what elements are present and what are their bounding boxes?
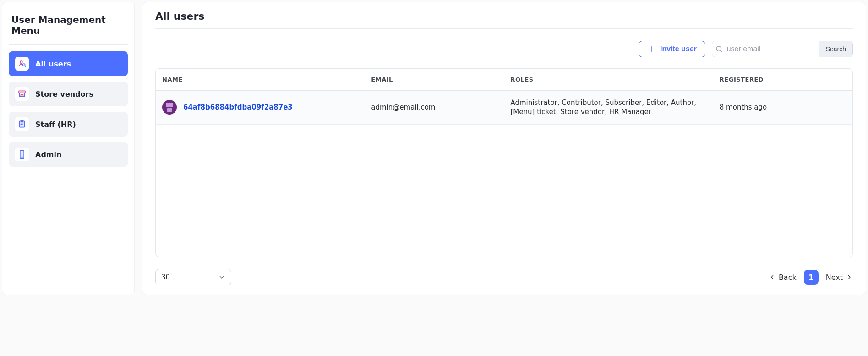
pager: Back 1 Next	[769, 270, 853, 285]
sidebar-item-admin[interactable]: Admin	[9, 142, 128, 167]
sidebar-item-store-vendors[interactable]: Store vendors	[9, 82, 128, 106]
invite-user-label: Invite user	[660, 45, 697, 53]
column-header-roles[interactable]: ROLES	[504, 69, 713, 91]
table-footer: 30 Back 1 Next	[155, 269, 853, 285]
plus-icon	[647, 45, 655, 53]
chevron-right-icon	[846, 274, 853, 281]
search-icon	[712, 41, 726, 57]
sidebar-item-label: Staff (HR)	[35, 120, 76, 129]
search-input[interactable]	[726, 41, 819, 57]
users-table: NAME EMAIL ROLES REGISTERED	[155, 68, 853, 257]
user-registered: 8 months ago	[713, 91, 852, 125]
chevron-down-icon	[218, 274, 225, 281]
main-panel: All users Invite user Search NAME EMAIL	[142, 2, 866, 295]
toolbar: Invite user Search	[155, 41, 853, 57]
sidebar-item-label: All users	[35, 60, 71, 68]
user-email: admin@email.com	[365, 91, 504, 125]
pager-next-button[interactable]: Next	[826, 273, 853, 282]
sidebar-title: User Management Menu	[9, 11, 128, 45]
clipboard-icon	[15, 117, 29, 131]
sidebar-item-all-users[interactable]: All users	[9, 51, 128, 76]
page-title: All users	[155, 11, 853, 29]
page-size-select[interactable]: 30	[155, 269, 231, 285]
svg-rect-9	[167, 108, 172, 112]
column-header-registered[interactable]: REGISTERED	[713, 69, 852, 91]
chevron-left-icon	[769, 274, 776, 281]
avatar	[162, 100, 177, 115]
sidebar-item-label: Store vendors	[35, 90, 93, 99]
invite-user-button[interactable]: Invite user	[639, 41, 705, 57]
app-layout: User Management Menu All users Store ven…	[0, 0, 868, 297]
pager-back-label: Back	[779, 273, 797, 282]
pager-back-button[interactable]: Back	[769, 273, 797, 282]
sidebar: User Management Menu All users Store ven…	[2, 2, 135, 295]
page-size-value: 30	[161, 273, 170, 281]
search-group: Search	[712, 41, 853, 57]
column-header-name[interactable]: NAME	[156, 69, 365, 91]
svg-point-0	[20, 61, 22, 63]
phone-icon	[15, 148, 29, 161]
pager-current-page[interactable]: 1	[804, 270, 819, 285]
svg-rect-8	[166, 103, 173, 107]
svg-rect-3	[21, 120, 23, 122]
users-search-icon	[15, 57, 29, 71]
column-header-email[interactable]: EMAIL	[365, 69, 504, 91]
svg-point-6	[716, 46, 721, 51]
table-row[interactable]: 64af8b6884bfdba09f2a87e3 admin@email.com…	[156, 91, 852, 125]
svg-point-5	[22, 157, 22, 158]
search-button[interactable]: Search	[819, 41, 852, 57]
user-roles: Administrator, Contributor, Subscriber, …	[504, 91, 713, 125]
sidebar-item-label: Admin	[35, 150, 61, 159]
table-header-row: NAME EMAIL ROLES REGISTERED	[156, 69, 852, 91]
sidebar-item-staff-hr[interactable]: Staff (HR)	[9, 112, 128, 137]
pager-next-label: Next	[826, 273, 843, 282]
user-name-link[interactable]: 64af8b6884bfdba09f2a87e3	[183, 103, 293, 111]
store-icon	[15, 87, 29, 101]
svg-point-1	[23, 64, 25, 66]
